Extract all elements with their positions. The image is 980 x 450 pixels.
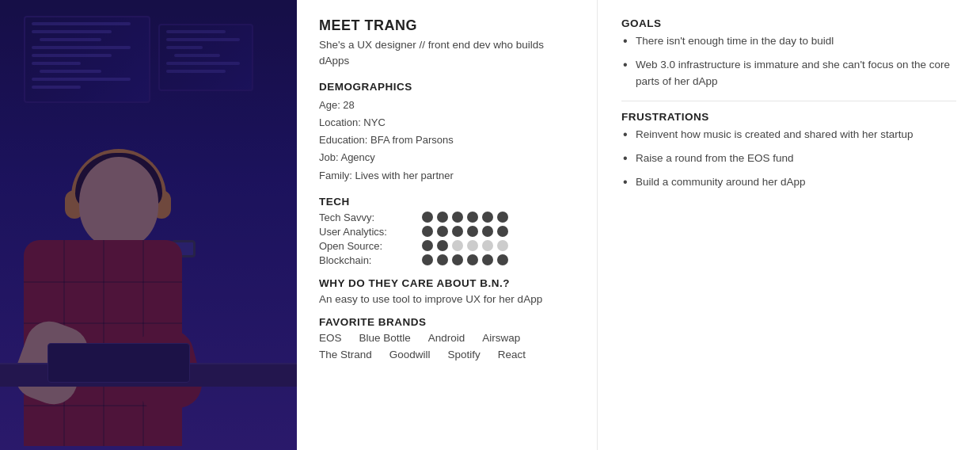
tech-section: TECH Tech Savvy: User Analyt (319, 196, 575, 266)
tech-row-savvy: Tech Savvy: (319, 212, 575, 223)
dot (437, 226, 448, 237)
dot (422, 212, 433, 223)
frustrations-list: Reinvent how music is created and shared… (621, 127, 956, 191)
goal-item-1: There isn't enough time in the day to bu… (621, 33, 956, 49)
dot (482, 226, 493, 237)
demographics-title: DEMOGRAPHICS (319, 81, 575, 93)
brand-bluebottle: Blue Bottle (359, 332, 411, 344)
persona-description: She's a UX designer // front end dev who… (319, 37, 575, 68)
dot (482, 254, 493, 265)
frustration-item-1: Reinvent how music is created and shared… (621, 127, 956, 143)
content-section: MEET TRANG She's a UX designer // front … (297, 0, 980, 450)
brands-list: EOS Blue Bottle Android Airswap The Stra… (319, 332, 575, 360)
brand-thestrand: The Strand (319, 349, 372, 360)
dot (467, 226, 478, 237)
demographics-education: Education: BFA from Parsons (319, 132, 575, 149)
why-care-section: WHY DO THEY CARE ABOUT B.N.? An easy to … (319, 277, 575, 305)
why-care-title: WHY DO THEY CARE ABOUT B.N.? (319, 277, 575, 289)
tech-label-blockchain: Blockchain: (319, 254, 422, 266)
tech-label-savvy: Tech Savvy: (319, 212, 422, 223)
tech-dots-savvy (422, 212, 508, 223)
demographics-location: Location: NYC (319, 114, 575, 132)
dot (467, 254, 478, 265)
brand-react: React (498, 349, 526, 360)
dot (452, 226, 463, 237)
dot (482, 240, 493, 251)
brand-airswap: Airswap (482, 332, 520, 344)
dot (422, 240, 433, 251)
tech-rows: Tech Savvy: User Analytics: (319, 212, 575, 266)
demographics-family: Family: Lives with her partner (319, 167, 575, 185)
tech-label-opensource: Open Source: (319, 240, 422, 252)
frustrations-section: FRUSTRATIONS Reinvent how music is creat… (621, 111, 956, 191)
dot (452, 212, 463, 223)
demographics-job: Job: Agency (319, 149, 575, 166)
tech-dots-blockchain (422, 254, 508, 265)
frustration-item-2: Raise a round from the EOS fund (621, 151, 956, 166)
dot (452, 240, 463, 251)
tech-row-analytics: User Analytics: (319, 226, 575, 238)
tech-row-blockchain: Blockchain: (319, 254, 575, 266)
frustration-item-3: Build a community around her dApp (621, 174, 956, 190)
photo-overlay (0, 0, 297, 450)
tech-title: TECH (319, 196, 575, 208)
dot (467, 240, 478, 251)
dot (497, 240, 508, 251)
demographics-content: Age: 28 Location: NYC Education: BFA fro… (319, 97, 575, 184)
divider (621, 101, 956, 101)
tech-label-analytics: User Analytics: (319, 226, 422, 238)
dot (467, 212, 478, 223)
dot (422, 254, 433, 265)
favorite-brands-title: FAVORITE BRANDS (319, 316, 575, 328)
goals-list: There isn't enough time in the day to bu… (621, 33, 956, 90)
left-panel: MEET TRANG She's a UX designer // front … (297, 0, 598, 450)
brand-android: Android (428, 332, 465, 344)
brand-eos: EOS (319, 332, 342, 344)
demographics-section: DEMOGRAPHICS Age: 28 Location: NYC Educa… (319, 81, 575, 184)
tech-dots-analytics (422, 226, 508, 237)
right-panel: GOALS There isn't enough time in the day… (598, 0, 980, 450)
dot (422, 226, 433, 237)
dot (497, 212, 508, 223)
brand-goodwill: Goodwill (389, 349, 431, 360)
dot (497, 254, 508, 265)
dot (482, 212, 493, 223)
dot (497, 226, 508, 237)
demographics-age: Age: 28 (319, 97, 575, 114)
favorite-brands-section: FAVORITE BRANDS EOS Blue Bottle Android … (319, 316, 575, 360)
tech-row-opensource: Open Source: (319, 240, 575, 252)
frustrations-title: FRUSTRATIONS (621, 111, 956, 123)
why-care-text: An easy to use tool to improve UX for he… (319, 293, 575, 305)
persona-intro: MEET TRANG She's a UX designer // front … (319, 17, 575, 68)
goals-section: GOALS There isn't enough time in the day… (621, 17, 956, 90)
dot (437, 212, 448, 223)
photo-section (0, 0, 297, 450)
persona-name: MEET TRANG (319, 17, 575, 34)
goal-item-2: Web 3.0 infrastructure is immature and s… (621, 57, 956, 90)
dot (452, 254, 463, 265)
goals-title: GOALS (621, 17, 956, 29)
dot (437, 240, 448, 251)
dot (437, 254, 448, 265)
brand-spotify: Spotify (448, 349, 481, 360)
tech-dots-opensource (422, 240, 508, 251)
